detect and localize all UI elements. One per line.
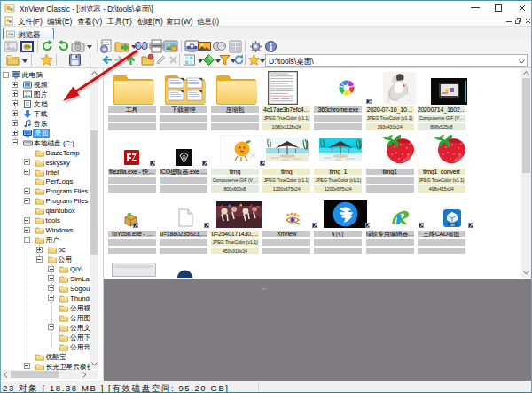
svg-text:CAD: CAD [449,223,455,226]
